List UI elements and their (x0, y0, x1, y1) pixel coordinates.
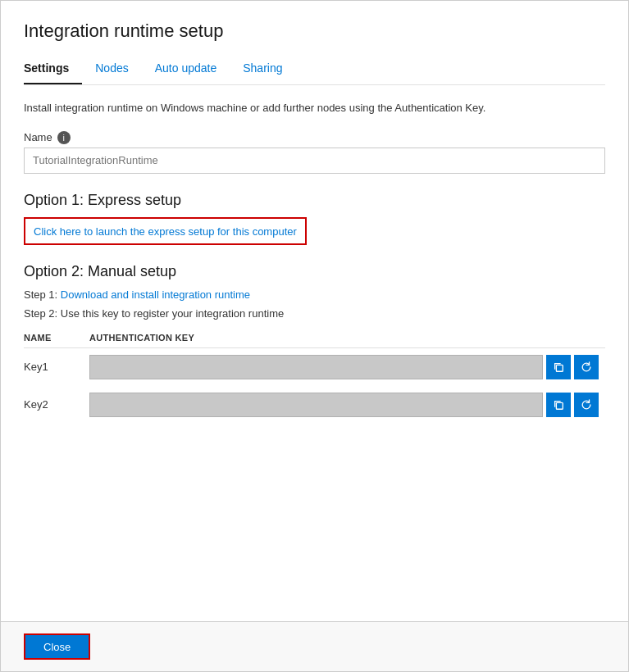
copy-icon (553, 399, 564, 411)
tab-nodes[interactable]: Nodes (95, 55, 141, 84)
key1-field (89, 355, 543, 379)
name-label: Name i (24, 131, 605, 144)
key2-refresh-button[interactable] (574, 393, 599, 417)
name-input[interactable] (24, 148, 605, 174)
name-info-icon[interactable]: i (57, 131, 71, 144)
refresh-icon (581, 399, 592, 411)
refresh-icon (581, 361, 592, 373)
dialog-container: Integration runtime setup Settings Nodes… (0, 0, 629, 672)
table-row: Key2 (24, 386, 605, 424)
key1-copy-button[interactable] (546, 355, 571, 379)
tab-settings[interactable]: Settings (24, 55, 82, 84)
key1-input-cell (89, 355, 599, 379)
tabs-bar: Settings Nodes Auto update Sharing (24, 55, 605, 85)
express-setup-link[interactable]: Click here to launch the express setup f… (34, 225, 297, 238)
table-row: Key1 (24, 347, 605, 386)
page-title: Integration runtime setup (24, 20, 605, 42)
download-runtime-link[interactable]: Download and install integration runtime (61, 288, 250, 301)
step2-text: Step 2: Use this key to register your in… (24, 307, 284, 320)
key2-copy-button[interactable] (546, 393, 571, 417)
svg-rect-0 (556, 365, 563, 371)
dialog-footer: Close (1, 621, 628, 671)
option2-title: Option 2: Manual setup (24, 263, 605, 280)
option1-title: Option 1: Express setup (24, 192, 605, 209)
key1-name: Key1 (24, 347, 89, 386)
dialog-content: Integration runtime setup Settings Nodes… (1, 1, 628, 532)
name-field-wrapper (24, 148, 605, 174)
svg-rect-1 (556, 402, 563, 409)
col-name-header: NAME (24, 328, 89, 348)
tab-sharing[interactable]: Sharing (243, 55, 295, 84)
close-button[interactable]: Close (24, 633, 90, 660)
key2-input-cell (89, 393, 599, 417)
key1-refresh-button[interactable] (574, 355, 599, 379)
col-authkey-header: AUTHENTICATION KEY (89, 328, 605, 348)
express-link-box: Click here to launch the express setup f… (24, 217, 307, 245)
key2-field (89, 393, 543, 417)
copy-icon (553, 361, 564, 373)
description-text: Install integration runtime on Windows m… (24, 100, 605, 116)
keys-table: NAME AUTHENTICATION KEY Key1 (24, 328, 605, 424)
key2-name: Key2 (24, 386, 89, 424)
step1-prefix: Step 1: (24, 288, 61, 301)
step2-row: Step 2: Use this key to register your in… (24, 307, 605, 320)
tab-auto-update[interactable]: Auto update (155, 55, 230, 84)
step1-row: Step 1: Download and install integration… (24, 288, 605, 301)
